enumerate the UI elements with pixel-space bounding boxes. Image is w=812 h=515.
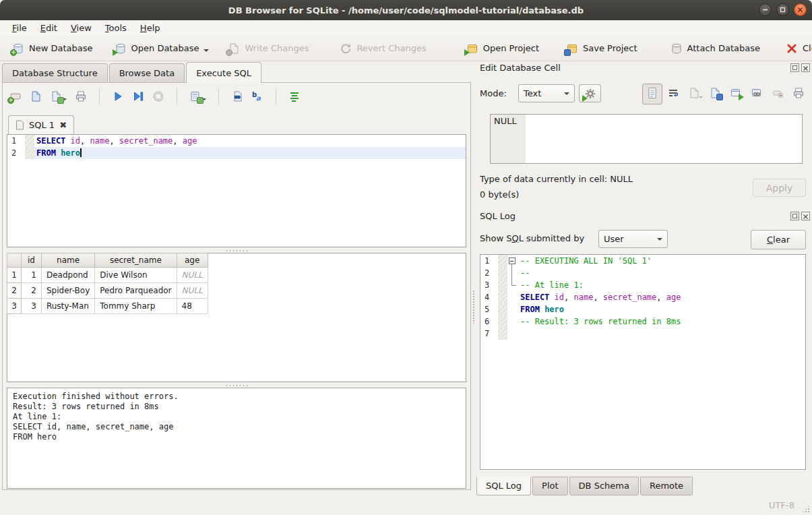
close-icon xyxy=(797,7,803,13)
cell-value-editor[interactable]: NULL xyxy=(490,114,803,164)
format-sql-button[interactable] xyxy=(288,90,301,102)
tab-plot[interactable]: Plot xyxy=(532,477,568,495)
sql-file-tab[interactable]: SQL 1 ✖ xyxy=(8,115,74,134)
find-replace-button[interactable]: ba xyxy=(251,90,263,102)
close-button[interactable] xyxy=(794,3,807,16)
cell-id[interactable]: 3 xyxy=(22,299,42,314)
open-sql-file-button[interactable] xyxy=(30,90,42,102)
cell-secret-name[interactable]: Tommy Sharp xyxy=(95,299,177,314)
close-dock-icon[interactable] xyxy=(801,63,810,72)
cell-age[interactable]: NULL xyxy=(177,283,208,299)
menu-bar: File Edit View Tools Help xyxy=(0,20,812,36)
import-cell-data-button[interactable] xyxy=(688,87,700,101)
menu-edit[interactable]: Edit xyxy=(34,22,64,34)
execute-all-button[interactable] xyxy=(112,90,124,102)
new-database-button[interactable]: + New Database xyxy=(7,40,98,57)
sql-editor[interactable]: 1 SELECT id, name, secret_name, age 2 FR… xyxy=(7,134,466,247)
attach-database-icon xyxy=(670,42,683,55)
cell-id[interactable]: 2 xyxy=(22,283,42,299)
tab-execute-sql[interactable]: Execute SQL xyxy=(186,62,261,83)
editor-results-splitter[interactable] xyxy=(7,249,466,252)
column-header-age[interactable]: age xyxy=(177,253,208,268)
row-header[interactable]: 2 xyxy=(7,283,22,299)
close-dock-icon[interactable] xyxy=(801,212,810,220)
export-cell-data-button[interactable] xyxy=(709,87,721,101)
cell-null-indicator: NULL xyxy=(491,115,526,163)
text-mode-button[interactable] xyxy=(642,84,662,104)
write-changes-button[interactable]: Write Changes xyxy=(222,40,314,57)
corner-header[interactable] xyxy=(7,253,22,268)
format-sql-icon xyxy=(288,90,301,102)
log-line: 4 SELECT id, name, secret_name, age xyxy=(480,291,805,303)
cell-name[interactable]: Rusty-Man xyxy=(41,299,94,314)
tab-browse-data[interactable]: Browse Data xyxy=(109,63,185,83)
open-database-button[interactable]: Open Database xyxy=(109,40,215,57)
attach-database-button[interactable]: Attach Database xyxy=(665,40,766,57)
log-filter-combobox[interactable]: User xyxy=(598,230,668,248)
open-external-button[interactable] xyxy=(730,87,742,101)
resize-grip[interactable] xyxy=(802,505,810,513)
open-project-button[interactable]: Open Project xyxy=(461,40,544,57)
cell-name[interactable]: Deadpond xyxy=(41,268,94,283)
clear-log-button[interactable]: Clear xyxy=(751,230,806,249)
column-header-secret-name[interactable]: secret_name xyxy=(95,253,177,268)
revert-changes-button[interactable]: Revert Changes xyxy=(334,40,431,57)
set-null-button[interactable] xyxy=(772,87,784,101)
close-sql-tab-icon[interactable]: ✖ xyxy=(59,120,67,130)
save-project-icon xyxy=(566,42,578,55)
column-header-id[interactable]: id xyxy=(22,253,42,268)
close-database-button[interactable]: Close Database xyxy=(780,40,812,57)
row-header[interactable]: 3 xyxy=(7,299,22,314)
cell-name[interactable]: Spider-Boy xyxy=(41,283,94,299)
menu-view[interactable]: View xyxy=(64,22,98,34)
maximize-button[interactable] xyxy=(776,3,789,16)
execute-current-line-button[interactable] xyxy=(132,90,144,102)
menu-tools[interactable]: Tools xyxy=(98,22,133,34)
word-wrap-button[interactable] xyxy=(667,87,679,101)
import-dropdown-icon xyxy=(699,96,703,100)
minimize-button[interactable] xyxy=(759,3,772,16)
apply-button[interactable]: Apply xyxy=(753,179,806,197)
save-project-button[interactable]: Save Project xyxy=(561,40,643,57)
menu-file[interactable]: File xyxy=(5,22,34,34)
export-results-button[interactable] xyxy=(189,90,206,102)
save-sql-file-button[interactable] xyxy=(50,90,67,102)
fold-marker-icon[interactable] xyxy=(507,255,518,267)
tab-db-schema[interactable]: DB Schema xyxy=(569,477,639,495)
print-cell-button[interactable] xyxy=(792,87,805,101)
tab-sql-log[interactable]: SQL Log xyxy=(476,477,531,495)
window-title: DB Browser for SQLite - /home/user/code/… xyxy=(228,5,584,16)
cell-age[interactable]: 48 xyxy=(177,299,208,314)
column-header-name[interactable]: name xyxy=(41,253,94,268)
tab-database-structure[interactable]: Database Structure xyxy=(2,63,108,83)
cell-id[interactable]: 1 xyxy=(22,268,42,283)
chevron-down-icon xyxy=(657,238,662,243)
open-database-dropdown-icon[interactable] xyxy=(204,49,209,55)
svg-text:a: a xyxy=(256,94,261,102)
dock-splitter[interactable] xyxy=(472,290,475,324)
link-data-button[interactable] xyxy=(751,87,763,101)
stop-button[interactable] xyxy=(152,90,164,102)
message-line: FROM hero xyxy=(13,432,460,442)
open-sql-tab-button[interactable]: + xyxy=(9,90,22,102)
float-dock-icon[interactable] xyxy=(790,212,799,220)
close-database-icon xyxy=(786,42,798,55)
execution-message[interactable]: Execution finished without errors. Resul… xyxy=(7,388,466,489)
import-settings-button[interactable] xyxy=(579,84,601,102)
print-sql-button[interactable] xyxy=(75,90,87,102)
mode-combobox[interactable]: Text xyxy=(518,84,575,102)
sql-log-view[interactable]: 1 -- EXECUTING ALL IN 'SQL 1' 2 -- 3 -- … xyxy=(480,254,806,470)
line-number: 1 xyxy=(7,135,25,147)
tab-remote[interactable]: Remote xyxy=(640,477,693,495)
cell-secret-name[interactable]: Dive Wilson xyxy=(95,268,177,283)
cell-secret-name[interactable]: Pedro Parqueador xyxy=(95,283,177,299)
find-button[interactable] xyxy=(231,90,243,102)
chevron-down-icon xyxy=(564,92,569,98)
cell-age[interactable]: NULL xyxy=(177,268,208,283)
mode-label: Mode: xyxy=(480,88,507,98)
line-number: 2 xyxy=(7,147,25,159)
menu-help[interactable]: Help xyxy=(133,22,167,34)
results-message-splitter[interactable] xyxy=(7,384,466,387)
row-header[interactable]: 1 xyxy=(7,268,22,283)
float-dock-icon[interactable] xyxy=(790,63,799,72)
